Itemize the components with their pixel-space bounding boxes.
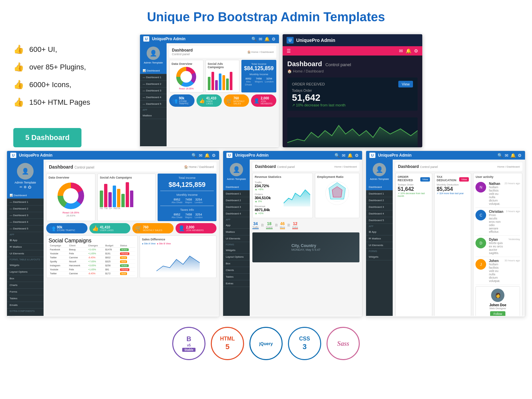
mid-sidebar-box[interactable]: Box bbox=[223, 260, 250, 267]
mid-sidebar-d3[interactable]: Dashboard 3 bbox=[223, 204, 250, 210]
large-chart-row: Data Overview React 18.05%26.63% Social … bbox=[46, 174, 216, 221]
large-sidebar-map[interactable]: Map bbox=[7, 314, 44, 317]
large-sidebar-widgets[interactable]: Widgets bbox=[7, 262, 44, 269]
mid-sidebar-mailbox[interactable]: Mailbox bbox=[223, 229, 250, 235]
revenue-numbers: Traffic 234,72% ▲ +8% Orders 304,51Ok ▲ … bbox=[255, 180, 282, 216]
mid-sidebar-layout[interactable]: Layout Options bbox=[223, 254, 250, 260]
bar-1 bbox=[208, 77, 210, 90]
large-sidebar-d5[interactable]: — Dashboard 5 bbox=[7, 225, 44, 232]
large-sidebar-d4[interactable]: — Dashboard 4 bbox=[7, 219, 44, 225]
mid-sidebar-dashboard[interactable]: Dashboard bbox=[223, 184, 250, 191]
large-sidebar-emails[interactable]: Emails bbox=[7, 302, 44, 309]
large-sidebar-charts[interactable]: Charts bbox=[7, 282, 44, 289]
sidebar-item-mailbox[interactable]: Mailbox bbox=[140, 112, 167, 119]
large-sidebar-tables[interactable]: Tables bbox=[7, 295, 44, 302]
avatar-settings-icon[interactable]: ⚙ bbox=[24, 185, 27, 189]
status-badge: Closed bbox=[120, 268, 129, 271]
emp-numbers-row: 34 Traffic 🖹 18 Grand 🖹 46 More 🖹 bbox=[252, 220, 359, 230]
mid-sidebar-tables[interactable]: Tables bbox=[223, 274, 250, 280]
right-sidebar-d4[interactable]: Dashboard 4 bbox=[366, 210, 393, 217]
sidebar-item-d1[interactable]: — Dashboard 1 bbox=[140, 74, 167, 81]
large-sidebar-d2[interactable]: — Dashboard 2 bbox=[7, 205, 44, 212]
right-avatar: 👤 bbox=[373, 163, 386, 176]
mail-icon[interactable]: ✉ bbox=[259, 37, 262, 42]
bell-icon[interactable]: 🔔 bbox=[264, 37, 270, 42]
html-version: 5 bbox=[225, 342, 229, 351]
emp-num-1: 34 Traffic bbox=[252, 221, 259, 229]
bar-7 bbox=[230, 72, 232, 90]
right-tax-view-btn[interactable]: View bbox=[459, 177, 469, 182]
sidebar-item-dashboard[interactable]: 📊 Dashboard bbox=[140, 67, 167, 74]
sidebar-item-d3[interactable]: — Dashboard 3 bbox=[140, 87, 167, 94]
ts-2: 7458Majors bbox=[185, 213, 192, 218]
large-sidebar-ui[interactable]: UI Elements bbox=[7, 250, 44, 257]
large-sidebar-box[interactable]: Box bbox=[7, 275, 44, 282]
large-sidebar-layout[interactable]: Layout Options bbox=[7, 269, 44, 275]
lbar-2 bbox=[104, 184, 107, 207]
thumb-icon-4: 👍 bbox=[13, 97, 24, 107]
right-sidebar-app-item[interactable]: ⊞ App bbox=[366, 229, 393, 235]
order-view-button[interactable]: View bbox=[398, 81, 413, 87]
dark-panel-content: Dashboard Control panel 🏠 Home / Dashboa… bbox=[283, 56, 422, 147]
right-sidebar-d2[interactable]: Dashboard 2 bbox=[366, 197, 393, 204]
large-mail-icon[interactable]: ✉ bbox=[199, 153, 202, 158]
right-sidebar-mailbox[interactable]: ✉ Mailbox bbox=[366, 235, 393, 242]
mid-search-icon[interactable]: 🔍 bbox=[334, 153, 340, 158]
search-icon[interactable]: 🔍 bbox=[251, 37, 257, 42]
large-sidebar-d1[interactable]: — Dashboard 1 bbox=[7, 199, 44, 205]
mid-sidebar-d2[interactable]: Dashboard 2 bbox=[223, 197, 250, 204]
orders-value: 304,51Ok bbox=[255, 196, 282, 200]
income-stat-2: 7458Majors bbox=[255, 77, 263, 86]
mid-sidebar-ui[interactable]: UI Elements bbox=[223, 235, 250, 242]
gear-icon[interactable]: ⚙ bbox=[272, 37, 276, 42]
right-mail-icon[interactable]: ✉ bbox=[505, 153, 508, 158]
large-search-icon[interactable]: 🔍 bbox=[192, 153, 197, 158]
mid-sidebar-d1[interactable]: Dashboard 1 bbox=[223, 191, 250, 197]
large-sidebar-d3[interactable]: — Dashboard 3 bbox=[7, 212, 44, 219]
mid-sidebar-extras[interactable]: Extras bbox=[223, 280, 250, 287]
large-sidebar-app: APP bbox=[7, 232, 44, 237]
mid-sidebar-d4[interactable]: Dashboard 4 bbox=[223, 210, 250, 217]
sidebar-item-d4[interactable]: — Dashboard 4 bbox=[140, 94, 167, 101]
mid-bell-icon[interactable]: 🔔 bbox=[347, 153, 353, 158]
panel-sidebar: 👤 Admin Template 📊 Dashboard — Dashboard… bbox=[140, 43, 167, 146]
nav-menu-icon[interactable]: ☰ bbox=[287, 48, 291, 54]
avatar-logout-icon[interactable]: ⏻ bbox=[28, 185, 31, 189]
user-activity-list: N Nathan Nullam facilisis velit eu nulla… bbox=[475, 180, 520, 316]
right-search-icon[interactable]: 🔍 bbox=[497, 153, 503, 158]
mid-sidebar-widgets[interactable]: Widgets bbox=[223, 247, 250, 254]
mid-mail-icon[interactable]: ✉ bbox=[342, 153, 345, 158]
right-sidebar-widgets[interactable]: Widgets bbox=[366, 254, 393, 260]
right-sidebar-dashboard[interactable]: Dashboard bbox=[366, 184, 393, 191]
th-status: Status bbox=[119, 244, 135, 248]
avatar-edit-icon[interactable]: ✏ bbox=[20, 185, 22, 189]
right-gear-icon[interactable]: ⚙ bbox=[518, 153, 522, 158]
large-gear-icon[interactable]: ⚙ bbox=[212, 153, 216, 158]
right-sidebar-d3[interactable]: Dashboard 3 bbox=[366, 204, 393, 210]
campaigns-title: Social Campaigns bbox=[49, 238, 135, 244]
traffic-change: ▲ +8% bbox=[255, 188, 282, 191]
dashboard-badge[interactable]: 5 Dashboard bbox=[13, 128, 81, 147]
large-bell-icon[interactable]: 🔔 bbox=[204, 153, 210, 158]
sidebar-item-d5[interactable]: — Dashboard 5 bbox=[140, 101, 167, 107]
right-sidebar-d5[interactable]: Dashboard 5 bbox=[366, 217, 393, 224]
mid-gear-icon[interactable]: ⚙ bbox=[355, 153, 359, 158]
large-sidebar-app-item[interactable]: ⊞ App bbox=[7, 237, 44, 244]
nav-bell-icon[interactable]: 🔔 bbox=[406, 48, 411, 54]
sass-badge: Sass bbox=[327, 327, 360, 360]
large-sidebar-dashboard[interactable]: 📊 Dashboard bbox=[7, 192, 44, 199]
dp-order-chart bbox=[287, 117, 418, 147]
right-order-view-btn[interactable]: View bbox=[420, 177, 430, 182]
nav-mail-icon[interactable]: ✉ bbox=[399, 48, 403, 54]
right-sidebar-d1[interactable]: Dashboard 1 bbox=[366, 191, 393, 197]
large-sidebar-forms-item[interactable]: Forms bbox=[7, 289, 44, 295]
right-bell-icon[interactable]: 🔔 bbox=[510, 153, 516, 158]
right-sidebar-ui[interactable]: UI Elements bbox=[366, 242, 393, 249]
nav-gear-icon[interactable]: ⚙ bbox=[414, 48, 418, 54]
mid-sidebar-clients[interactable]: Clients bbox=[223, 267, 250, 274]
follow-button[interactable]: Follow bbox=[490, 311, 505, 316]
city-country: City, Country bbox=[291, 243, 320, 248]
large-sidebar-mailbox[interactable]: ✉ Mailbox bbox=[7, 244, 44, 250]
mid-sidebar-app-item[interactable]: App bbox=[223, 222, 250, 229]
sidebar-item-d2[interactable]: — Dashboard 2 bbox=[140, 81, 167, 87]
